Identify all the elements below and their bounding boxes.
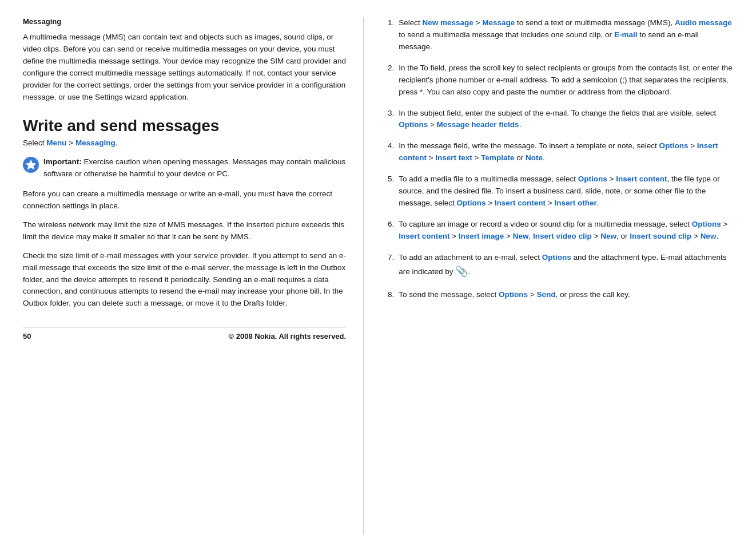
insert-video-link[interactable]: Insert video clip xyxy=(533,232,592,240)
select-sep1: > xyxy=(67,139,75,147)
options-link[interactable]: Options xyxy=(659,141,688,150)
insert-other-link[interactable]: Insert other xyxy=(555,199,597,207)
insert-image-link[interactable]: Insert image xyxy=(459,232,504,240)
list-item: 6. To capture an image or record a video… xyxy=(384,219,733,243)
step-content: To send the message, select Options > Se… xyxy=(399,289,733,301)
para3: The wireless network may limit the size … xyxy=(23,219,346,243)
send-link[interactable]: Send xyxy=(536,290,555,299)
options-link[interactable]: Options xyxy=(542,253,571,262)
new-link2[interactable]: New xyxy=(600,232,616,240)
step-num: 4. xyxy=(384,140,394,164)
important-text: Exercise caution when opening messages. … xyxy=(43,157,345,178)
step-num: 5. xyxy=(384,173,394,209)
options-link[interactable]: Options xyxy=(692,220,721,228)
important-box: Important: Exercise caution when opening… xyxy=(23,156,346,180)
step-content: Select New message > Message to send a t… xyxy=(399,17,733,53)
new-message-link[interactable]: New message xyxy=(422,18,473,27)
insert-content-link[interactable]: Insert content xyxy=(399,232,449,240)
step-content: In the subject field, enter the subject … xyxy=(399,108,733,132)
list-item: 1. Select New message > Message to send … xyxy=(384,17,733,53)
options-link2[interactable]: Options xyxy=(456,199,486,207)
options-link[interactable]: Options xyxy=(399,120,428,129)
step-num: 6. xyxy=(384,219,394,243)
step-num: 8. xyxy=(384,289,394,301)
message-header-link[interactable]: Message header fields xyxy=(437,120,519,129)
insert-sound-link[interactable]: Insert sound clip xyxy=(630,232,691,240)
select-prefix: Select xyxy=(23,139,46,147)
audio-message-link[interactable]: Audio message xyxy=(675,18,732,27)
select-period: . xyxy=(116,139,118,147)
message-link[interactable]: Message xyxy=(482,18,515,27)
page-number: 50 xyxy=(23,332,31,341)
insert-content-link2[interactable]: Insert content xyxy=(495,199,546,207)
list-item: 7. To add an attachment to an e-mail, se… xyxy=(384,252,733,280)
copyright: © 2008 Nokia. All rights reserved. xyxy=(229,332,347,341)
step-content: In the message field, write the message.… xyxy=(399,140,733,164)
step-content: In the To field, press the scroll key to… xyxy=(399,62,733,98)
step-num: 7. xyxy=(384,252,394,280)
step-num: 2. xyxy=(384,62,394,98)
list-item: 5. To add a media file to a multimedia m… xyxy=(384,173,733,209)
step-content: To capture an image or record a video or… xyxy=(399,219,733,243)
insert-text-link[interactable]: Insert text xyxy=(435,153,472,162)
page: Messaging A multimedia message (MMS) can… xyxy=(0,0,756,546)
list-item: 3. In the subject field, enter the subje… xyxy=(384,108,733,132)
list-item: 2. In the To field, press the scroll key… xyxy=(384,62,733,98)
list-item: 4. In the message field, write the messa… xyxy=(384,140,733,164)
para4: Check the size limit of e-mail messages … xyxy=(23,250,346,310)
right-column: 1. Select New message > Message to send … xyxy=(364,17,733,535)
important-label: Important: xyxy=(43,157,82,166)
step-num: 1. xyxy=(384,17,394,53)
list-item: 8. To send the message, select Options >… xyxy=(384,289,733,301)
note-link[interactable]: Note xyxy=(526,153,543,162)
template-link[interactable]: Template xyxy=(481,153,514,162)
select-line: Select Menu > Messaging. xyxy=(23,139,346,147)
email-link[interactable]: E-mail xyxy=(614,30,638,39)
messaging-link[interactable]: Messaging xyxy=(75,139,116,147)
options-link[interactable]: Options xyxy=(499,290,528,299)
footer: 50 © 2008 Nokia. All rights reserved. xyxy=(23,327,346,341)
menu-link[interactable]: Menu xyxy=(46,139,66,147)
intro-paragraph: A multimedia message (MMS) can contain t… xyxy=(23,31,346,104)
left-column: Messaging A multimedia message (MMS) can… xyxy=(23,17,364,535)
para2: Before you can create a multimedia messa… xyxy=(23,188,346,212)
insert-content-link[interactable]: Insert content xyxy=(616,175,667,183)
section-heading: Write and send messages xyxy=(23,116,346,136)
important-content: Important: Exercise caution when opening… xyxy=(43,156,346,180)
new-link1[interactable]: New xyxy=(513,232,529,240)
section-label: Messaging xyxy=(23,17,346,26)
step-content: To add a media file to a multimedia mess… xyxy=(399,173,733,209)
options-link[interactable]: Options xyxy=(578,175,607,183)
star-icon xyxy=(23,157,39,173)
step-content: To add an attachment to an e-mail, selec… xyxy=(399,252,733,280)
attachment-icon: 📎 xyxy=(455,264,468,280)
new-link3[interactable]: New xyxy=(701,232,717,240)
steps-list: 1. Select New message > Message to send … xyxy=(384,17,733,301)
step-num: 3. xyxy=(384,108,394,132)
